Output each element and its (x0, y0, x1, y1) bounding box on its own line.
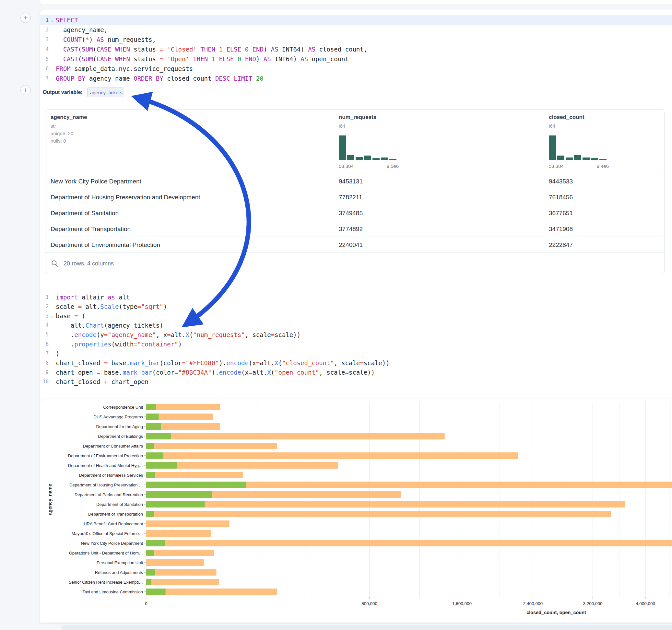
search-icon[interactable] (51, 260, 58, 267)
column-histogram (339, 136, 397, 160)
output-variable-chip[interactable]: agency_tickets (87, 88, 124, 97)
table-row[interactable]: New York City Police Department945313194… (45, 173, 664, 189)
text-cursor (82, 17, 82, 24)
code-line[interactable]: 4 CAST(SUM(CASE WHEN status = 'Closed' T… (40, 44, 672, 54)
code-line[interactable]: 5 .encode(y="agency_name", x=alt.X("num_… (40, 330, 672, 340)
column-header-closed_count[interactable]: closed_counti6453,3049.4e6 (549, 114, 666, 129)
svg-text:Department of Transportation: Department of Transportation (88, 512, 143, 516)
code-line[interactable]: 1import altair as alt (40, 293, 672, 302)
line-number: 6 (40, 64, 49, 74)
svg-text:Mayorâ€ s Office of Special En: Mayorâ€ s Office of Special Enforce… (72, 531, 143, 536)
line-number: 8 (40, 358, 49, 368)
fold-spacer (49, 74, 56, 83)
table-cell: 9443533 (549, 173, 573, 189)
line-number: 1 (40, 293, 49, 302)
svg-text:Department of Parks and Recrea: Department of Parks and Recreation (75, 492, 143, 497)
svg-text:Department of Housing Preserva: Department of Housing Preservation … (69, 483, 143, 487)
code-line[interactable]: 3 COUNT(*) AS num_requests, (40, 35, 672, 44)
sql-editor[interactable]: 1⌄SELECT 2 agency_name,3 COUNT(*) AS num… (40, 15, 672, 83)
code-text: chart_closed + chart_open (56, 377, 148, 387)
table-row[interactable]: Department of Transportation377489234719… (45, 221, 664, 237)
svg-text:New York City Police Departmen: New York City Police Department (81, 541, 143, 546)
fold-spacer (49, 293, 56, 302)
code-text: FROM sample_data.nyc.service_requests (56, 64, 193, 74)
svg-text:Department of Health and Menta: Department of Health and Mental Hyg… (68, 463, 143, 468)
table-row[interactable]: Department of Housing Preservation and D… (45, 189, 664, 205)
table-cell: 3749485 (339, 205, 363, 221)
fold-spacer (49, 330, 56, 340)
column-name: agency_name (51, 114, 167, 121)
svg-text:0: 0 (145, 601, 147, 606)
code-line[interactable]: 10chart_closed + chart_open (40, 377, 672, 387)
code-line[interactable]: 6FROM sample_data.nyc.service_requests (40, 64, 672, 74)
table-cell: 7782211 (339, 189, 362, 205)
code-line[interactable]: 7GROUP BY agency_name ORDER BY closed_co… (40, 74, 672, 83)
code-line[interactable]: 4 alt.Chart(agency_tickets) (40, 321, 672, 330)
code-line[interactable]: 9chart_open = base.mark_bar(color="#8BC3… (40, 368, 672, 377)
svg-text:Personal Exemption Unit: Personal Exemption Unit (97, 560, 143, 565)
table-footer: 20 rows, 4 columns (45, 253, 114, 274)
fold-spacer (49, 25, 56, 35)
code-text: GROUP BY agency_name ORDER BY closed_cou… (56, 74, 264, 83)
line-number: 4 (40, 321, 49, 330)
column-type: str (51, 123, 167, 129)
svg-text:2,400,000: 2,400,000 (523, 601, 543, 606)
line-number: 2 (40, 25, 49, 35)
line-number: 6 (40, 340, 49, 349)
line-number: 7 (40, 74, 49, 83)
code-line[interactable]: 3⌄base = ( (40, 311, 672, 321)
code-line[interactable]: 8chart_closed = base.mark_bar(color="#FF… (40, 358, 672, 368)
code-text: .properties(width="container") (56, 340, 182, 349)
column-stat: nulls: 0 (51, 138, 167, 144)
code-line[interactable]: 2 agency_name, (40, 25, 672, 35)
code-text: CAST(SUM(CASE WHEN status = 'Open' THEN … (56, 54, 349, 64)
code-line[interactable]: 1⌄SELECT (40, 15, 672, 25)
fold-spacer (49, 44, 56, 54)
code-text: SELECT (56, 15, 82, 25)
bar-chart: Correspondence UnitDHS Advantage Program… (41, 399, 672, 623)
fold-chevron-icon[interactable]: ⌄ (49, 15, 56, 25)
table-cell: Department of Transportation (51, 221, 130, 237)
svg-text:agency_name: agency_name (47, 484, 52, 515)
column-histogram (549, 136, 607, 160)
column-header-agency_name[interactable]: agency_namestrunique: 20nulls: 0 (51, 114, 167, 144)
row-count-label: 20 rows, 4 columns (64, 260, 114, 267)
code-text: COUNT(*) AS num_requests, (56, 35, 156, 44)
add-cell-button-top[interactable]: + (20, 13, 31, 23)
add-cell-button-middle[interactable]: + (20, 85, 31, 95)
table-row[interactable]: Department of Sanitation37494853677651 (45, 205, 664, 221)
code-text: chart_closed = base.mark_bar(color="#FFC… (56, 358, 390, 368)
line-number: 9 (40, 368, 49, 377)
fold-chevron-icon[interactable]: ⌄ (49, 311, 56, 321)
code-text: alt.Chart(agency_tickets) (56, 321, 163, 330)
code-line[interactable]: 6 .properties(width="container") (40, 340, 672, 349)
output-variable-label: Output variable: (43, 90, 83, 95)
code-line[interactable]: 7) (40, 349, 672, 358)
chart-card: Correspondence UnitDHS Advantage Program… (41, 398, 672, 623)
svg-text:Department of Environmental Pr: Department of Environmental Protection (68, 453, 143, 458)
fold-spacer (49, 368, 56, 377)
table-cell: Department of Sanitation (51, 205, 119, 221)
svg-text:DHS Advantage Programs: DHS Advantage Programs (94, 414, 143, 419)
table-row[interactable]: Department of Environmental Protection22… (45, 237, 664, 253)
line-number: 1 (40, 15, 49, 25)
python-editor[interactable]: 1import altair as alt2scale = alt.Scale(… (40, 293, 672, 387)
code-text: CAST(SUM(CASE WHEN status = 'Closed' THE… (56, 44, 367, 54)
line-number: 5 (40, 54, 49, 64)
line-number: 10 (40, 377, 49, 387)
column-type: i64 (339, 123, 455, 129)
code-text: .encode(y="agency_name", x=alt.X("num_re… (56, 330, 301, 340)
svg-text:800,000: 800,000 (361, 601, 377, 606)
table-cell: 3677651 (549, 205, 573, 221)
column-header-num_requests[interactable]: num_requestsi6453,3049.5e6 (339, 114, 455, 129)
code-line[interactable]: 2scale = alt.Scale(type="sqrt") (40, 302, 672, 311)
fold-spacer (49, 35, 56, 44)
code-line[interactable]: 5 CAST(SUM(CASE WHEN status = 'Open' THE… (40, 54, 672, 64)
svg-text:Department of Homeless Service: Department of Homeless Services (79, 473, 143, 478)
svg-text:Taxi and Limousine Commission: Taxi and Limousine Commission (83, 589, 143, 595)
fold-spacer (49, 54, 56, 64)
code-text: ) (56, 349, 59, 358)
line-number: 4 (40, 44, 49, 54)
fold-spacer (49, 321, 56, 330)
previous-cell-edge (40, 0, 672, 4)
